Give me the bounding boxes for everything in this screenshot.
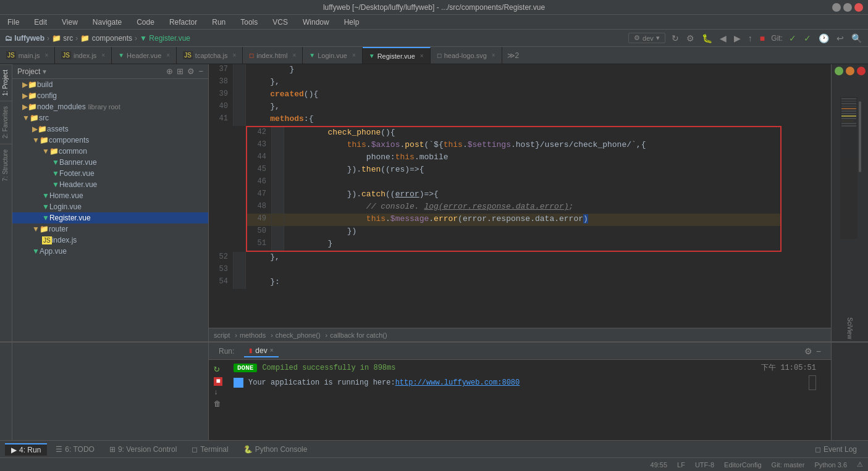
- vue-icon-register: ▼: [42, 214, 49, 222]
- tree-item-register[interactable]: ▼ Register.vue: [12, 212, 208, 223]
- tree-item-router-index[interactable]: JS index.js: [12, 235, 208, 246]
- run-tab-dev[interactable]: ▮ dev ×: [244, 345, 278, 357]
- menu-edit[interactable]: Edit: [32, 17, 49, 28]
- bottom-tab-vcs[interactable]: ⊞ 9: Version Control: [103, 444, 183, 455]
- event-log-btn[interactable]: ◻ Event Log: [809, 444, 863, 455]
- restart-btn[interactable]: ↻: [214, 362, 222, 375]
- close-btn[interactable]: [854, 3, 863, 12]
- status-python: Python 3.6: [814, 461, 847, 469]
- next-btn[interactable]: ▶: [733, 32, 742, 44]
- scroll-end-btn[interactable]: ↓: [214, 388, 222, 397]
- tab-index-html[interactable]: ◻ index.html ×: [243, 47, 303, 64]
- run-tab-close[interactable]: ×: [270, 347, 274, 354]
- project-dropdown[interactable]: ▾: [43, 67, 46, 76]
- breadcrumb-register[interactable]: ▼ Register.vue: [140, 34, 190, 43]
- menu-run[interactable]: Run: [209, 17, 228, 28]
- tab-close-header-vue[interactable]: ×: [166, 52, 170, 59]
- tab-close-register-vue[interactable]: ×: [420, 52, 424, 59]
- bottom-tab-python[interactable]: 🐍 Python Console: [237, 444, 314, 455]
- git-clock[interactable]: 🕐: [817, 32, 830, 44]
- tab-close-head-logo[interactable]: ×: [492, 52, 495, 59]
- menu-file[interactable]: File: [5, 17, 22, 28]
- tab-head-logo-svg[interactable]: ◻ head-logo.svg ×: [431, 47, 502, 64]
- up-btn[interactable]: ↑: [747, 32, 754, 44]
- tab-project[interactable]: 1: Project: [0, 64, 12, 101]
- tree-item-banner[interactable]: ▼ Banner.vue: [12, 157, 208, 168]
- sidebar-settings-btn[interactable]: ⚙: [187, 67, 195, 76]
- code-editor[interactable]: 37 } 38 }, 39 created(){ 40: [209, 64, 831, 328]
- bottom-tab-todo[interactable]: ☰ 6: TODO: [49, 444, 101, 455]
- menu-code[interactable]: Code: [134, 17, 157, 28]
- sidebar-layout-btn[interactable]: ⊞: [177, 67, 183, 76]
- tree-item-login[interactable]: ▼ Login.vue: [12, 201, 208, 212]
- tree-item-home[interactable]: ▼ Home.vue: [12, 190, 208, 201]
- run-settings-btn[interactable]: ⚙: [804, 346, 812, 356]
- tab-register-vue[interactable]: ▼ Register.vue ×: [363, 47, 431, 64]
- vue-icon-3: ▼: [369, 52, 375, 59]
- menu-navigate[interactable]: Navigate: [90, 17, 124, 28]
- line-num-39: 39: [209, 89, 234, 101]
- minimize-btn[interactable]: [832, 3, 841, 12]
- search-btn[interactable]: 🔍: [850, 32, 863, 44]
- tab-login-vue[interactable]: ▼ Login.vue ×: [303, 47, 362, 64]
- tree-item-common[interactable]: ▼ 📁 common: [12, 146, 208, 157]
- bottom-tab-terminal[interactable]: ◻ Terminal: [185, 444, 234, 455]
- menu-vcs[interactable]: VCS: [270, 17, 290, 28]
- sidebar-close-btn[interactable]: −: [198, 67, 203, 76]
- tab-close-index-html[interactable]: ×: [292, 52, 296, 59]
- stop-btn[interactable]: ■: [759, 32, 766, 44]
- stop-btn[interactable]: ■: [214, 377, 222, 386]
- tree-item-footer[interactable]: ▼ Footer.vue: [12, 168, 208, 179]
- tab-close-tcaptcha[interactable]: ×: [232, 52, 236, 59]
- code-line-46: 46: [247, 177, 780, 189]
- tab-close-index-js[interactable]: ×: [101, 52, 105, 59]
- menu-window[interactable]: Window: [300, 17, 332, 28]
- prev-btn[interactable]: ◀: [718, 32, 728, 44]
- tab-close-main-js[interactable]: ×: [45, 52, 49, 59]
- tree-item-src[interactable]: ▼ 📁 src: [12, 112, 208, 123]
- menu-tools[interactable]: Tools: [238, 17, 260, 28]
- run-config-btn[interactable]: ⚙: [685, 32, 696, 44]
- menu-refactor[interactable]: Refactor: [167, 17, 200, 28]
- breadcrumb-src[interactable]: 📁 src: [52, 34, 73, 43]
- run-close-btn[interactable]: −: [816, 346, 821, 356]
- refresh-btn[interactable]: ↻: [670, 32, 680, 44]
- sci-view-label[interactable]: SciView: [845, 315, 854, 341]
- menu-help[interactable]: Help: [342, 17, 362, 28]
- tree-item-app[interactable]: ▼ App.vue: [12, 246, 208, 257]
- tree-item-assets[interactable]: ▶ 📁 assets: [12, 123, 208, 135]
- git-check2[interactable]: ✓: [803, 32, 812, 44]
- menu-view[interactable]: View: [59, 17, 80, 28]
- branch-selector[interactable]: ⚙ dev ▾: [628, 33, 665, 43]
- debug-btn[interactable]: 🐛: [701, 32, 714, 44]
- breadcrumb-project[interactable]: 🗂 luffyweb: [5, 34, 44, 43]
- tab-main-js[interactable]: JS main.js ×: [0, 47, 55, 64]
- tab-close-login-vue[interactable]: ×: [352, 52, 356, 59]
- code-line-47: 47 }).catch((error)=>{: [247, 189, 780, 201]
- tree-item-components[interactable]: ▼ 📁 components: [12, 135, 208, 146]
- trash-btn[interactable]: 🗑: [214, 399, 222, 409]
- status-encoding: UTF-8: [695, 461, 714, 469]
- tree-item-build[interactable]: ▶ 📁 build: [12, 79, 208, 90]
- tree-item-router[interactable]: ▼ 📁 router: [12, 223, 208, 235]
- tree-item-node-modules[interactable]: ▶ 📁 node_modules library root: [12, 101, 208, 112]
- line-num-53: 53: [209, 264, 234, 277]
- more-tabs-btn[interactable]: ≫2: [505, 47, 522, 64]
- tab-favorites[interactable]: 2: Favorites: [0, 101, 12, 143]
- sidebar-add-btn[interactable]: ⊕: [166, 67, 173, 76]
- git-undo[interactable]: ↩: [835, 32, 845, 44]
- bottom-tab-run[interactable]: ▶ 4: Run: [5, 443, 47, 456]
- breadcrumb-components[interactable]: 📁 components: [80, 34, 132, 43]
- tree-label-footer: Footer.vue: [59, 169, 95, 178]
- app-url[interactable]: http://www.luffyweb.com:8080: [395, 378, 520, 387]
- tree-item-header[interactable]: ▼ Header.vue: [12, 179, 208, 190]
- maximize-btn[interactable]: [843, 3, 852, 12]
- tab-index-js[interactable]: JS index.js ×: [55, 47, 112, 64]
- minimap-thumb[interactable]: [859, 101, 861, 172]
- tab-header-vue[interactable]: ▼ Header.vue ×: [112, 47, 177, 64]
- tree-item-config[interactable]: ▶ 📁 config: [12, 90, 208, 101]
- tab-structure[interactable]: 7: Structure: [0, 144, 12, 186]
- folder-open-icon-comp: ▼: [32, 136, 40, 144]
- tab-tcaptcha-js[interactable]: JS tcaptcha.js ×: [177, 47, 243, 64]
- git-check1[interactable]: ✓: [788, 32, 798, 44]
